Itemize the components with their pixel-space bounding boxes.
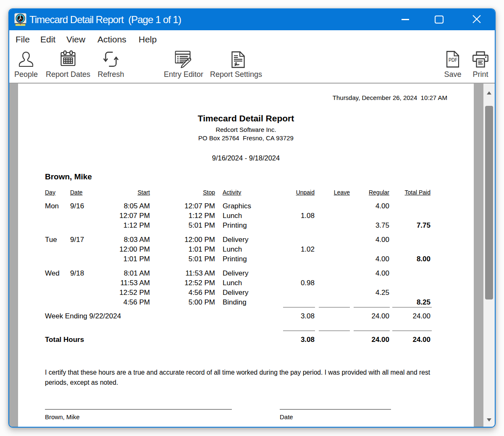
svg-text:PDF: PDF: [449, 58, 457, 63]
